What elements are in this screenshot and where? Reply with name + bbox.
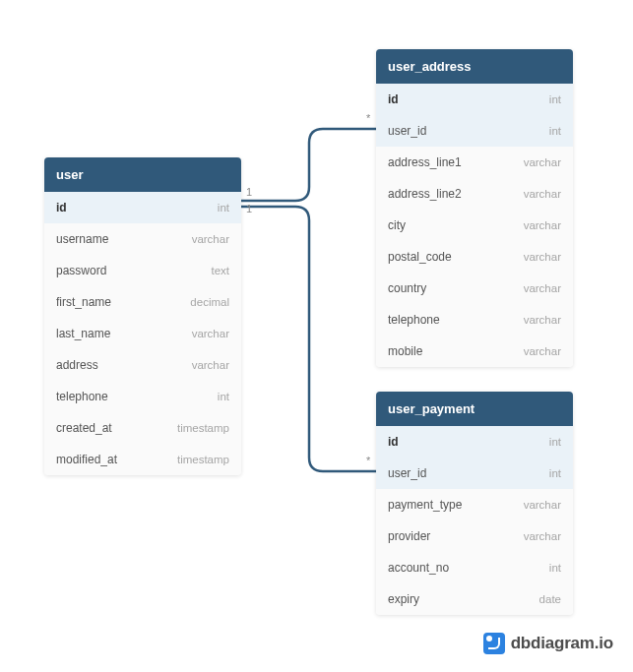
column-row[interactable]: first_namedecimal bbox=[44, 286, 241, 318]
column-name: address_line1 bbox=[388, 155, 462, 169]
column-row[interactable]: countryvarchar bbox=[376, 273, 573, 304]
column-type: text bbox=[211, 265, 229, 276]
column-row[interactable]: user_idint bbox=[376, 115, 573, 147]
column-type: int bbox=[218, 391, 229, 402]
column-type: varchar bbox=[524, 314, 561, 326]
column-row[interactable]: idint bbox=[44, 192, 241, 223]
column-name: address bbox=[56, 358, 98, 372]
column-row[interactable]: addressvarchar bbox=[44, 349, 241, 381]
cardinality-label: 1 bbox=[246, 186, 252, 198]
column-name: password bbox=[56, 264, 106, 277]
cardinality-label: * bbox=[366, 455, 370, 466]
column-type: date bbox=[539, 593, 561, 605]
column-row[interactable]: telephonevarchar bbox=[376, 304, 573, 336]
column-type: decimal bbox=[190, 296, 229, 308]
column-name: postal_code bbox=[388, 250, 452, 264]
column-row[interactable]: user_idint bbox=[376, 458, 573, 489]
dbdiagram-logo: dbdiagram.io bbox=[483, 633, 613, 654]
column-type: varchar bbox=[524, 219, 561, 231]
table-user_payment[interactable]: user_paymentidintuser_idintpayment_typev… bbox=[376, 392, 573, 615]
logo-text: dbdiagram.io bbox=[511, 634, 613, 653]
column-name: city bbox=[388, 218, 406, 232]
column-row[interactable]: expirydate bbox=[376, 583, 573, 615]
column-type: varchar bbox=[524, 251, 561, 263]
diagram-canvas: 1 * 1 * dbdiagram.io useridintusernameva… bbox=[0, 0, 633, 672]
dbdiagram-icon bbox=[483, 633, 505, 654]
column-type: timestamp bbox=[177, 422, 229, 434]
column-name: id bbox=[388, 435, 399, 449]
column-type: varchar bbox=[192, 233, 229, 245]
column-name: last_name bbox=[56, 327, 110, 340]
column-row[interactable]: modified_attimestamp bbox=[44, 444, 241, 475]
column-row[interactable]: usernamevarchar bbox=[44, 223, 241, 255]
column-type: varchar bbox=[524, 345, 561, 357]
column-row[interactable]: account_noint bbox=[376, 552, 573, 583]
column-name: telephone bbox=[56, 390, 108, 403]
column-type: varchar bbox=[524, 188, 561, 200]
column-type: timestamp bbox=[177, 454, 229, 465]
column-name: id bbox=[388, 92, 399, 106]
column-name: country bbox=[388, 281, 426, 295]
column-type: varchar bbox=[192, 359, 229, 371]
column-name: modified_at bbox=[56, 453, 117, 466]
column-name: username bbox=[56, 232, 108, 246]
column-name: address_line2 bbox=[388, 187, 462, 201]
column-name: payment_type bbox=[388, 498, 462, 512]
column-row[interactable]: idint bbox=[376, 426, 573, 458]
column-row[interactable]: postal_codevarchar bbox=[376, 241, 573, 273]
column-row[interactable]: address_line1varchar bbox=[376, 147, 573, 178]
table-user_address[interactable]: user_addressidintuser_idintaddress_line1… bbox=[376, 49, 573, 367]
column-row[interactable]: idint bbox=[376, 84, 573, 115]
column-name: expiry bbox=[388, 592, 419, 606]
column-name: telephone bbox=[388, 313, 440, 327]
table-header[interactable]: user bbox=[44, 157, 241, 192]
column-type: int bbox=[549, 93, 561, 105]
column-type: int bbox=[218, 202, 229, 214]
column-type: int bbox=[549, 125, 561, 137]
cardinality-label: * bbox=[366, 112, 370, 124]
table-user[interactable]: useridintusernamevarcharpasswordtextfirs… bbox=[44, 157, 241, 475]
column-name: user_id bbox=[388, 124, 426, 138]
column-row[interactable]: payment_typevarchar bbox=[376, 489, 573, 520]
column-type: varchar bbox=[524, 282, 561, 294]
column-row[interactable]: last_namevarchar bbox=[44, 318, 241, 349]
column-type: varchar bbox=[524, 156, 561, 168]
column-row[interactable]: passwordtext bbox=[44, 255, 241, 286]
column-row[interactable]: address_line2varchar bbox=[376, 178, 573, 210]
cardinality-label: 1 bbox=[246, 203, 252, 214]
column-name: user_id bbox=[388, 466, 426, 480]
column-type: int bbox=[549, 436, 561, 448]
column-type: varchar bbox=[524, 530, 561, 542]
column-name: provider bbox=[388, 529, 430, 543]
column-type: int bbox=[549, 467, 561, 479]
column-name: id bbox=[56, 201, 67, 214]
table-header[interactable]: user_payment bbox=[376, 392, 573, 426]
column-row[interactable]: telephoneint bbox=[44, 381, 241, 412]
table-header[interactable]: user_address bbox=[376, 49, 573, 84]
column-row[interactable]: created_attimestamp bbox=[44, 412, 241, 444]
column-row[interactable]: mobilevarchar bbox=[376, 336, 573, 367]
column-name: mobile bbox=[388, 344, 422, 358]
column-name: first_name bbox=[56, 295, 111, 309]
column-row[interactable]: cityvarchar bbox=[376, 210, 573, 241]
column-type: varchar bbox=[192, 328, 229, 339]
column-row[interactable]: providervarchar bbox=[376, 520, 573, 552]
column-type: varchar bbox=[524, 499, 561, 511]
column-name: account_no bbox=[388, 561, 449, 575]
column-type: int bbox=[549, 562, 561, 574]
column-name: created_at bbox=[56, 421, 112, 435]
